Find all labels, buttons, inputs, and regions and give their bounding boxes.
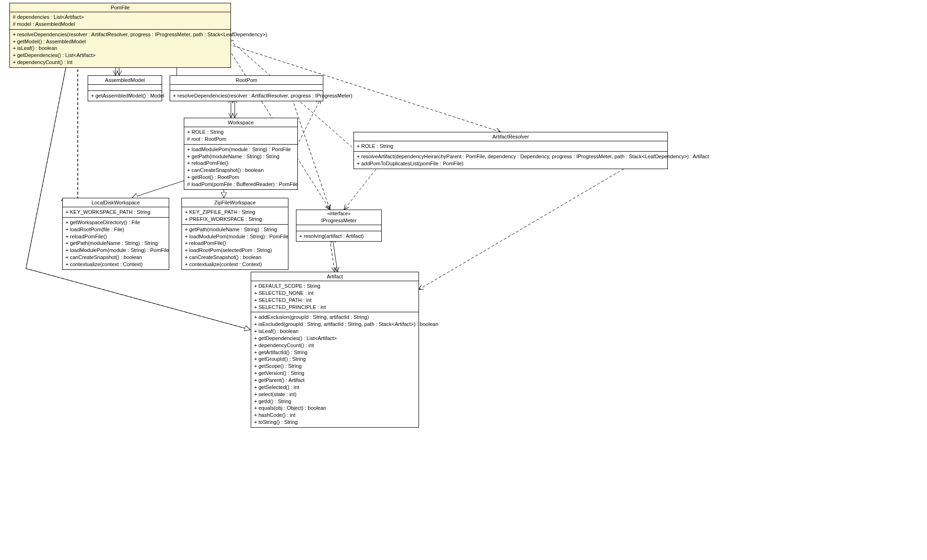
method: + getPath(moduleName : String) : String [66, 240, 166, 247]
method: + hashCode() : int [254, 412, 416, 419]
method: + getParent() : Artifact [254, 377, 416, 384]
method: + addExclusion(groupId : String, artifac… [254, 314, 416, 321]
method: + contextualize(context : Context) [185, 261, 285, 268]
class-name: AssembledModel [88, 76, 162, 85]
class-attrs: + ROLE : String# root : RootPom [184, 127, 297, 145]
connection-7 [61, 55, 78, 200]
class-attrs: + KEY_ZIPFILE_PATH : String+ PREFIX_WORK… [182, 207, 288, 225]
method: + dependencyCount() : int [254, 342, 416, 349]
method: + getScope() : String [254, 363, 416, 370]
method: + getWorkspaceDirectory() : File [66, 219, 166, 226]
connection-17 [330, 239, 335, 272]
method: + equals(obj : Object) : boolean [254, 405, 416, 412]
method: + getDependencies() : List<Artifact> [13, 52, 228, 59]
method: + loadModulePom(module : String) : PomFi… [66, 247, 166, 254]
method: + getPath(moduleName : String) : String [185, 226, 285, 233]
class-methods: + resolveArtifact(dependencyHeirarchyPar… [354, 152, 667, 169]
class-methods: + addExclusion(groupId : String, artifac… [251, 312, 418, 427]
method: + reloadPomFile() [66, 233, 166, 240]
class-LocalDiskWorkspace: LocalDiskWorkspace+ KEY_WORKSPACE_PATH :… [62, 198, 169, 270]
class-attrs: + DEFAULT_SCOPE : String+ SELECTED_NONE … [251, 281, 418, 312]
method: + reloadPomFile() [187, 160, 295, 167]
method: + resolveDependencies(resolver : Artifac… [173, 92, 320, 99]
method: + resolveDependencies(resolver : Artifac… [13, 31, 228, 38]
method: + loadModulePom(module : String) : PomFi… [187, 146, 295, 153]
class-AssembledModel: AssembledModel+ getAssembledModel() : Mo… [88, 75, 162, 101]
class-name: LocalDiskWorkspace [63, 198, 169, 207]
method: + loadRootPom(selectedPom : String) [185, 247, 285, 254]
attr: + PREFIX_WORKSPACE : String [185, 216, 285, 223]
method: + contextualize(context : Context) [66, 261, 166, 268]
connection-16 [344, 162, 382, 210]
attr: + KEY_ZIPFILE_PATH : String [185, 209, 285, 216]
method: + canCreateSnapshot() : boolean [185, 254, 285, 261]
method: # loadPom(pomFile : BufferedReader) : Po… [187, 181, 295, 188]
class-name: ZipFileWorkspace [182, 198, 288, 207]
method: + loadRootPom(file : File) [66, 226, 166, 233]
class-name: PomFile [10, 3, 230, 12]
class-Artifact: Artifact+ DEFAULT_SCOPE : String+ SELECT… [251, 272, 419, 428]
stereotype: «interface» [296, 210, 381, 216]
method: + getAssembledModel() : Model [91, 92, 159, 99]
method: + select(state : int) [254, 391, 416, 398]
method: + getId() : String [254, 398, 416, 405]
method: + getDependencies() : List<Artifact> [254, 335, 416, 342]
method: + getArtifactId() : String [254, 349, 416, 356]
class-name: IProgressMeter [296, 216, 381, 225]
method: + resolving(artifact : Artifact) [299, 233, 378, 240]
class-name: ArtifactResolver [354, 132, 667, 141]
method: + getModel() : AssembledModel [13, 38, 228, 45]
attr: + SELECTED_PATH : int [254, 297, 416, 304]
class-ZipFileWorkspace: ZipFileWorkspace+ KEY_ZIPFILE_PATH : Str… [181, 198, 288, 270]
class-methods: + getWorkspaceDirectory() : File+ loadRo… [63, 218, 169, 269]
connection-18 [333, 239, 337, 272]
class-attrs: # dependencies : List<Artifact># model :… [10, 12, 230, 30]
method: + loadModulePom(module : String) : PomFi… [185, 233, 285, 240]
method: + getPath(moduleName : String) : String [187, 153, 295, 160]
attr: + SELECTED_PRINCIPLE : int [254, 304, 416, 311]
class-name: Artifact [251, 272, 418, 281]
class-RootPom: RootPom+ resolveDependencies(resolver : … [170, 75, 323, 101]
connection-19 [418, 162, 636, 290]
method: + isLeaf() : boolean [13, 45, 228, 52]
attr: # root : RootPom [187, 136, 295, 143]
class-ArtifactResolver: ArtifactResolver+ ROLE : String+ resolve… [353, 132, 668, 169]
attr: + ROLE : String [357, 143, 664, 150]
method: + isLeaf() : boolean [254, 328, 416, 335]
class-attrs [88, 85, 162, 91]
method: + resolveArtifact(dependencyHeirarchyPar… [357, 153, 664, 160]
method: + getGroupId() : String [254, 356, 416, 363]
class-IProgressMeter: «interface»IProgressMeter+ resolving(art… [296, 210, 382, 242]
class-methods: + resolving(artifact : Artifact) [296, 231, 381, 241]
method: + canCreateSnapshot() : boolean [66, 254, 166, 261]
attr: + ROLE : String [187, 129, 295, 136]
class-methods: + getPath(moduleName : String) : String+… [182, 225, 288, 269]
attr: + KEY_WORKSPACE_PATH : String [66, 209, 166, 216]
class-name: Workspace [184, 118, 297, 127]
method: + toString() : String [254, 419, 416, 426]
method: + canCreateSnapshot() : boolean [187, 167, 295, 174]
method: + getSelected() : int [254, 384, 416, 391]
connection-5 [132, 180, 186, 198]
connection-11 [297, 99, 320, 146]
method: + reloadPomFile() [185, 240, 285, 247]
method: + getRoot() : RootPom [187, 174, 295, 181]
method: + getVersion() : String [254, 370, 416, 377]
attr: # dependencies : List<Artifact> [13, 14, 228, 21]
attr: + DEFAULT_SCOPE : String [254, 283, 416, 290]
class-Workspace: Workspace+ ROLE : String# root : RootPom… [184, 118, 298, 190]
class-methods: + getAssembledModel() : Model [88, 91, 162, 101]
class-PomFile: PomFile# dependencies : List<Artifact># … [9, 3, 231, 68]
class-attrs: + ROLE : String [354, 141, 667, 152]
connection-8 [61, 55, 78, 200]
attr: + SELECTED_NONE : int [254, 290, 416, 297]
attr: # model : AssembledModel [13, 21, 228, 28]
method: + isExcluded(groupId : String, artifactI… [254, 321, 416, 328]
class-name: RootPom [170, 76, 323, 85]
class-attrs [296, 225, 381, 231]
class-methods: + resolveDependencies(resolver : Artifac… [170, 91, 323, 101]
connection-15 [292, 99, 330, 210]
class-attrs [170, 85, 323, 91]
class-attrs: + KEY_WORKSPACE_PATH : String [63, 207, 169, 218]
method: + dependencyCount() : int [13, 59, 228, 66]
